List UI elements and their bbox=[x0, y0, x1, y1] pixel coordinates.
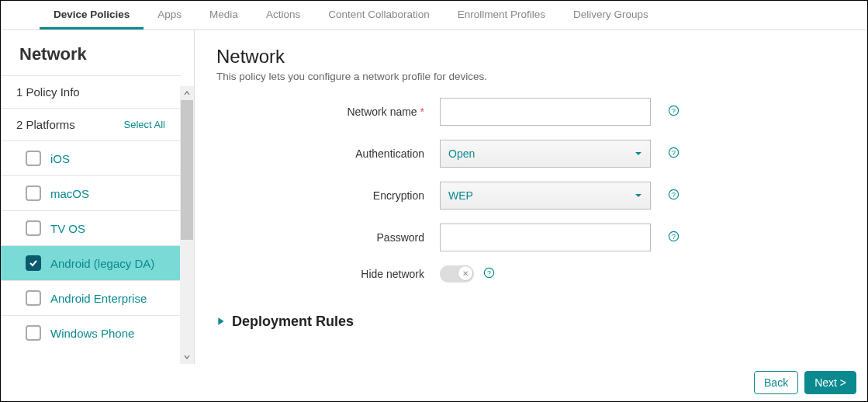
svg-text:?: ? bbox=[672, 107, 676, 115]
scrollbar-down-icon[interactable] bbox=[180, 350, 194, 364]
checkbox-checked-icon[interactable] bbox=[26, 255, 41, 271]
label-hide-network: Hide network bbox=[216, 268, 440, 280]
select-value: Open bbox=[448, 147, 475, 160]
platform-item-android-enterprise[interactable]: Android Enterprise bbox=[1, 280, 181, 315]
help-icon[interactable]: ? bbox=[668, 230, 680, 244]
label-password: Password bbox=[216, 231, 440, 244]
caret-down-icon bbox=[635, 189, 642, 202]
tab-apps[interactable]: Apps bbox=[144, 1, 195, 29]
deployment-rules-toggle[interactable]: Deployment Rules bbox=[216, 314, 846, 330]
platform-item-macos[interactable]: macOS bbox=[1, 175, 181, 210]
authentication-select[interactable]: Open bbox=[440, 140, 651, 168]
checkbox-icon[interactable] bbox=[26, 325, 41, 341]
sidebar-step-policy-info[interactable]: 1 Policy Info bbox=[1, 75, 181, 108]
help-icon[interactable]: ? bbox=[668, 105, 680, 119]
help-icon[interactable]: ? bbox=[668, 147, 680, 161]
hide-network-toggle[interactable]: ✕ bbox=[440, 265, 474, 282]
svg-text:?: ? bbox=[672, 149, 676, 157]
platform-label: Windows Phone bbox=[50, 327, 134, 340]
tab-actions[interactable]: Actions bbox=[252, 1, 314, 29]
tab-delivery-groups[interactable]: Delivery Groups bbox=[559, 1, 662, 29]
checkbox-icon[interactable] bbox=[26, 290, 41, 306]
platform-item-tvos[interactable]: TV OS bbox=[1, 210, 181, 245]
scrollbar-up-icon[interactable] bbox=[180, 86, 194, 100]
tab-device-policies[interactable]: Device Policies bbox=[40, 1, 144, 29]
sidebar: Network 1 Policy Info 2 Platforms Select… bbox=[1, 30, 195, 364]
page-title: Network bbox=[216, 46, 846, 68]
select-value: WEP bbox=[448, 189, 473, 202]
encryption-select[interactable]: WEP bbox=[440, 182, 651, 210]
scrollbar-track[interactable] bbox=[180, 86, 194, 364]
footer: Back Next > bbox=[1, 364, 867, 401]
svg-text:?: ? bbox=[672, 191, 676, 199]
scrollbar-thumb[interactable] bbox=[181, 100, 193, 240]
network-name-input[interactable] bbox=[440, 98, 651, 126]
back-button[interactable]: Back bbox=[754, 371, 798, 394]
checkbox-icon[interactable] bbox=[26, 185, 41, 201]
label-authentication: Authentication bbox=[216, 147, 440, 160]
platform-item-ios[interactable]: iOS bbox=[1, 140, 181, 175]
sidebar-step-label: 1 Policy Info bbox=[16, 85, 80, 99]
sidebar-title: Network bbox=[1, 30, 181, 75]
svg-text:?: ? bbox=[487, 269, 491, 277]
svg-text:?: ? bbox=[672, 233, 676, 241]
platform-item-android-legacy[interactable]: Android (legacy DA) bbox=[1, 245, 181, 280]
sidebar-step-label: 2 Platforms bbox=[16, 118, 75, 131]
sidebar-step-platforms[interactable]: 2 Platforms Select All bbox=[1, 108, 181, 140]
label-encryption: Encryption bbox=[216, 189, 440, 202]
tab-enrollment-profiles[interactable]: Enrollment Profiles bbox=[444, 1, 559, 29]
toggle-off-icon: ✕ bbox=[458, 265, 473, 281]
label-network-name: Network name * bbox=[216, 106, 440, 118]
platform-label: Android (legacy DA) bbox=[50, 257, 154, 270]
select-all-link[interactable]: Select All bbox=[124, 119, 165, 130]
next-button[interactable]: Next > bbox=[804, 371, 856, 394]
platform-label: iOS bbox=[50, 152, 70, 165]
deployment-rules-heading: Deployment Rules bbox=[232, 314, 354, 330]
checkbox-icon[interactable] bbox=[26, 151, 41, 166]
tab-content-collaboration[interactable]: Content Collaboration bbox=[314, 1, 444, 29]
page-subtitle: This policy lets you configure a network… bbox=[216, 71, 846, 82]
platform-label: macOS bbox=[50, 187, 89, 200]
caret-down-icon bbox=[635, 147, 642, 160]
checkbox-icon[interactable] bbox=[26, 220, 41, 236]
platform-item-windows-phone[interactable]: Windows Phone bbox=[1, 315, 181, 350]
caret-right-icon bbox=[216, 316, 226, 328]
help-icon[interactable]: ? bbox=[668, 189, 680, 203]
tab-media[interactable]: Media bbox=[195, 1, 252, 29]
main-panel: Network This policy lets you configure a… bbox=[195, 30, 867, 364]
password-input[interactable] bbox=[440, 224, 651, 251]
top-tab-bar: Device Policies Apps Media Actions Conte… bbox=[1, 1, 867, 30]
platform-label: TV OS bbox=[50, 222, 85, 235]
help-icon[interactable]: ? bbox=[483, 267, 495, 281]
platform-label: Android Enterprise bbox=[50, 292, 147, 305]
